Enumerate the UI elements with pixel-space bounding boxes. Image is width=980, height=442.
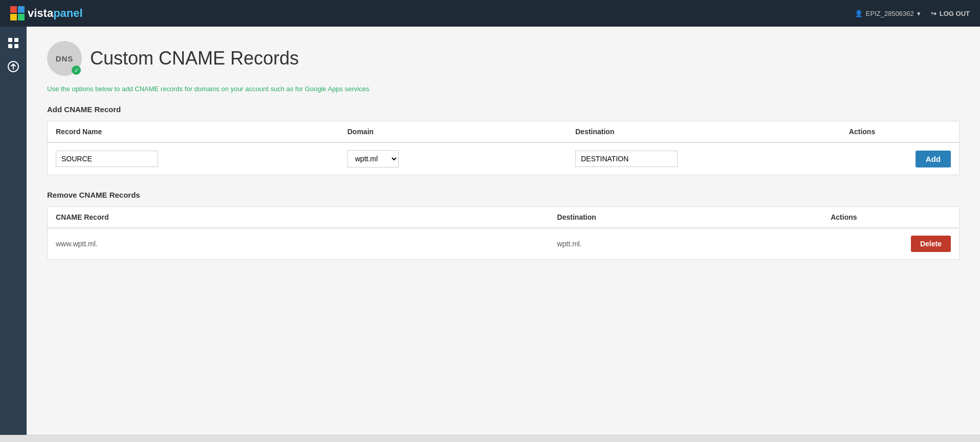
user-menu[interactable]: 👤 EPIZ_28506362 ▾ bbox=[855, 10, 921, 17]
delete-button[interactable]: Delete bbox=[911, 236, 951, 252]
svg-rect-3 bbox=[14, 44, 18, 48]
add-cname-row: wptt.ml Add bbox=[48, 142, 960, 175]
destination-cell bbox=[567, 142, 841, 175]
logout-icon: ↪ bbox=[931, 10, 937, 17]
main-content: DNS ✓ Custom CNAME Records Use the optio… bbox=[27, 27, 980, 435]
destination-input[interactable] bbox=[575, 151, 678, 167]
col-header-remove-destination: Destination bbox=[549, 207, 823, 228]
brand-logo: vistapanel bbox=[10, 6, 83, 20]
add-action-cell: Add bbox=[841, 142, 960, 175]
col-header-actions: Actions bbox=[841, 121, 960, 143]
logo-sq-blue bbox=[18, 6, 25, 13]
svg-rect-2 bbox=[8, 44, 12, 48]
delete-action-cell: Delete bbox=[822, 228, 959, 260]
scrollbar[interactable] bbox=[0, 435, 980, 442]
remove-cname-row: www.wptt.ml. wptt.ml. Delete bbox=[48, 228, 960, 260]
add-button[interactable]: Add bbox=[916, 151, 951, 167]
remove-destination-cell: wptt.ml. bbox=[549, 228, 823, 260]
sidebar bbox=[0, 27, 27, 435]
username-label: EPIZ_28506362 bbox=[866, 10, 914, 17]
domain-cell: wptt.ml bbox=[339, 142, 568, 175]
dns-icon-text: DNS bbox=[56, 54, 74, 63]
col-header-destination: Destination bbox=[567, 121, 841, 143]
main-layout: DNS ✓ Custom CNAME Records Use the optio… bbox=[0, 27, 980, 435]
col-header-record-name: Record Name bbox=[48, 121, 339, 143]
logout-label: LOG OUT bbox=[940, 10, 970, 17]
logo-icon bbox=[10, 6, 25, 20]
remove-cname-table: CNAME Record Destination Actions www.wpt… bbox=[47, 206, 960, 260]
brand-text: vistapanel bbox=[28, 7, 83, 20]
record-name-input[interactable] bbox=[56, 151, 158, 167]
logout-button[interactable]: ↪ LOG OUT bbox=[931, 10, 970, 17]
add-section-title: Add CNAME Record bbox=[47, 105, 960, 114]
add-cname-table: Record Name Domain Destination Actions w… bbox=[47, 121, 960, 175]
svg-rect-1 bbox=[14, 38, 18, 42]
user-icon: 👤 bbox=[855, 10, 863, 17]
brand-panel: panel bbox=[53, 7, 82, 19]
brand-vista: vista bbox=[28, 7, 53, 19]
page-title: Custom CNAME Records bbox=[90, 48, 299, 69]
remove-section-title: Remove CNAME Records bbox=[47, 191, 960, 199]
logo-sq-yellow bbox=[10, 14, 17, 20]
domain-select[interactable]: wptt.ml bbox=[347, 150, 399, 167]
navbar-right: 👤 EPIZ_28506362 ▾ ↪ LOG OUT bbox=[855, 10, 970, 17]
logo-sq-green bbox=[18, 14, 25, 20]
dns-check-icon: ✓ bbox=[72, 66, 81, 75]
col-header-cname-record: CNAME Record bbox=[48, 207, 549, 228]
record-name-cell bbox=[48, 142, 339, 175]
col-header-remove-actions: Actions bbox=[822, 207, 959, 228]
sidebar-upload-icon[interactable] bbox=[4, 57, 23, 76]
page-header: DNS ✓ Custom CNAME Records bbox=[47, 41, 960, 76]
chevron-down-icon: ▾ bbox=[917, 10, 921, 17]
sidebar-grid-icon[interactable] bbox=[4, 34, 23, 52]
col-header-domain: Domain bbox=[339, 121, 568, 143]
logo-sq-red bbox=[10, 6, 17, 13]
page-description: Use the options below to add CNAME recor… bbox=[47, 85, 960, 93]
cname-record-cell: www.wptt.ml. bbox=[48, 228, 549, 260]
svg-rect-0 bbox=[8, 38, 12, 42]
dns-icon: DNS ✓ bbox=[47, 41, 82, 76]
navbar: vistapanel 👤 EPIZ_28506362 ▾ ↪ LOG OUT bbox=[0, 0, 980, 27]
